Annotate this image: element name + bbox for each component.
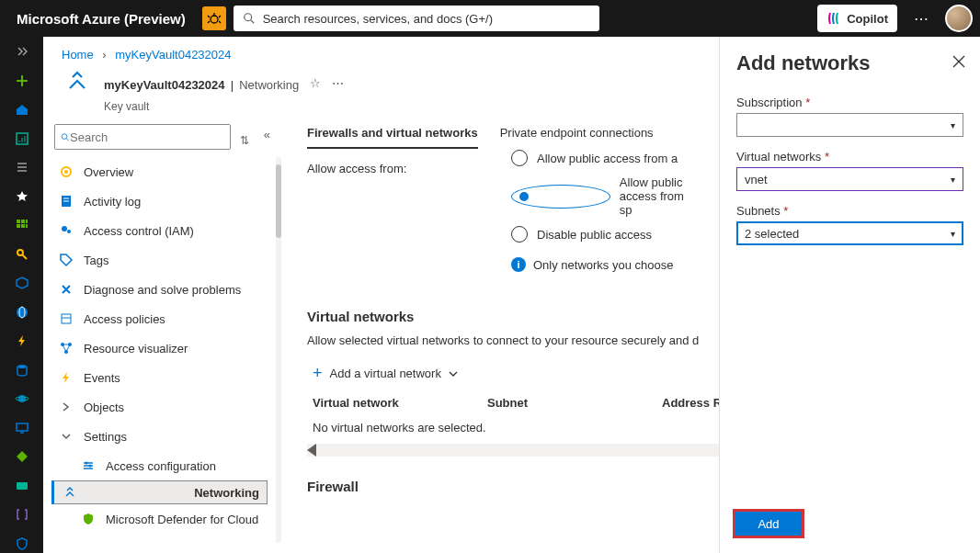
networking-icon bbox=[62, 484, 78, 501]
chevron-right-icon bbox=[58, 399, 74, 415]
close-icon[interactable] bbox=[952, 55, 965, 68]
svg-point-40 bbox=[62, 226, 67, 231]
nav-defender[interactable]: Microsoft Defender for Cloud bbox=[54, 504, 270, 534]
home-icon[interactable] bbox=[12, 100, 32, 119]
star-icon[interactable] bbox=[12, 187, 32, 207]
cube-icon[interactable] bbox=[12, 274, 32, 293]
subnets-select[interactable]: 2 selected▾ bbox=[736, 221, 963, 245]
nav-search-input[interactable] bbox=[70, 130, 224, 144]
nav-search[interactable] bbox=[54, 124, 231, 150]
crumb-home[interactable]: Home bbox=[62, 48, 94, 62]
nav-events[interactable]: Events bbox=[54, 363, 270, 392]
tag-icon bbox=[58, 252, 74, 268]
events-icon bbox=[58, 369, 74, 386]
planet-icon[interactable] bbox=[12, 389, 32, 409]
visualizer-icon bbox=[58, 340, 74, 356]
policies-icon bbox=[58, 310, 74, 327]
iam-icon bbox=[58, 222, 74, 239]
crumb-resource[interactable]: myKeyVault04232024 bbox=[115, 48, 231, 62]
nav-settings[interactable]: Settings bbox=[54, 422, 270, 451]
subscription-select[interactable]: ▾ bbox=[736, 113, 963, 137]
grid-icon[interactable] bbox=[12, 216, 32, 235]
globe-icon[interactable] bbox=[12, 303, 32, 322]
svg-rect-20 bbox=[17, 224, 20, 228]
nav-overview[interactable]: Overview bbox=[54, 157, 270, 186]
nav-access-configuration[interactable]: Access configuration bbox=[54, 451, 270, 480]
expand-icon[interactable] bbox=[12, 42, 32, 62]
add-networks-panel: Add networks Subscription * ▾ Virtual ne… bbox=[719, 37, 980, 553]
svg-line-2 bbox=[208, 16, 210, 17]
chevron-down-icon: ▾ bbox=[951, 175, 955, 185]
log-icon bbox=[58, 193, 74, 209]
dashboard-icon[interactable] bbox=[12, 130, 32, 149]
copilot-icon bbox=[826, 11, 841, 26]
diamond-icon[interactable] bbox=[12, 447, 32, 467]
nav-tags[interactable]: Tags bbox=[54, 245, 270, 275]
svg-point-33 bbox=[62, 133, 67, 139]
tab-private-endpoint[interactable]: Private endpoint connections bbox=[500, 126, 654, 149]
vnet-label: Virtual networks * bbox=[736, 150, 963, 164]
global-search[interactable]: Search resources, services, and docs (G+… bbox=[234, 6, 599, 31]
svg-point-0 bbox=[211, 16, 218, 23]
vnet-select[interactable]: vnet▾ bbox=[736, 167, 963, 191]
radio-public-specific[interactable]: Allow public access from sp bbox=[511, 175, 693, 217]
svg-point-36 bbox=[64, 170, 68, 174]
info-note: iOnly networks you choose bbox=[511, 257, 693, 272]
radio-disable[interactable]: Disable public access bbox=[511, 226, 693, 243]
nav-networking[interactable]: Networking bbox=[51, 480, 268, 504]
brackets-icon[interactable] bbox=[12, 505, 32, 525]
avatar[interactable] bbox=[945, 5, 973, 32]
svg-line-4 bbox=[208, 21, 210, 23]
heading-more-icon[interactable]: ⋯ bbox=[332, 76, 344, 90]
svg-rect-19 bbox=[26, 220, 28, 223]
svg-point-50 bbox=[85, 462, 88, 465]
sort-icon[interactable]: ⇅ bbox=[240, 134, 249, 147]
plus-icon: + bbox=[313, 364, 323, 383]
key-icon[interactable] bbox=[12, 245, 32, 265]
card-icon[interactable] bbox=[12, 477, 32, 496]
chevron-down-icon bbox=[449, 369, 458, 378]
favorite-icon[interactable]: ☆ bbox=[310, 76, 321, 90]
nav-access-policies[interactable]: Access policies bbox=[54, 304, 270, 333]
sql-icon[interactable] bbox=[12, 361, 32, 380]
shield-icon[interactable] bbox=[12, 535, 32, 554]
svg-line-7 bbox=[250, 20, 254, 24]
page-title: myKeyVault04232024 | Networking bbox=[104, 71, 299, 94]
list-icon[interactable] bbox=[12, 158, 32, 177]
svg-point-41 bbox=[67, 230, 71, 233]
create-icon[interactable] bbox=[12, 72, 32, 91]
bug-icon[interactable] bbox=[202, 6, 226, 30]
svg-rect-18 bbox=[21, 220, 25, 223]
radio-public-all[interactable]: Allow public access from a bbox=[511, 150, 693, 166]
svg-line-3 bbox=[219, 16, 221, 17]
more-icon[interactable]: ⋯ bbox=[905, 10, 938, 28]
nav-objects[interactable]: Objects bbox=[54, 392, 270, 422]
svg-line-5 bbox=[219, 21, 221, 23]
tab-firewalls[interactable]: Firewalls and virtual networks bbox=[307, 126, 478, 149]
svg-line-34 bbox=[66, 138, 69, 141]
nav-diagnose[interactable]: Diagnose and solve problems bbox=[54, 275, 270, 304]
diagnose-icon bbox=[58, 281, 74, 298]
defender-icon bbox=[80, 511, 97, 527]
add-button[interactable]: Add bbox=[736, 513, 801, 535]
chevron-down-icon: ▾ bbox=[951, 120, 955, 130]
svg-rect-42 bbox=[62, 314, 71, 323]
nav-activity-log[interactable]: Activity log bbox=[54, 186, 270, 216]
monitor-icon[interactable] bbox=[12, 419, 32, 438]
nav-resource-visualizer[interactable]: Resource visualizer bbox=[54, 333, 270, 363]
svg-rect-21 bbox=[21, 224, 25, 228]
resource-icon bbox=[62, 67, 93, 98]
nav-access-control[interactable]: Access control (IAM) bbox=[54, 216, 270, 245]
bolt-icon[interactable] bbox=[12, 332, 32, 351]
chevron-down-icon: ▾ bbox=[951, 229, 955, 239]
config-icon bbox=[80, 457, 97, 474]
svg-point-28 bbox=[18, 395, 26, 402]
copilot-button[interactable]: Copilot bbox=[817, 5, 897, 32]
svg-rect-32 bbox=[17, 482, 28, 490]
svg-point-25 bbox=[17, 307, 28, 318]
overview-icon bbox=[58, 164, 74, 180]
subscription-label: Subscription * bbox=[736, 96, 963, 109]
collapse-icon[interactable]: « bbox=[264, 128, 270, 141]
svg-rect-17 bbox=[17, 220, 20, 223]
topbar: Microsoft Azure (Preview) Search resourc… bbox=[0, 0, 980, 37]
